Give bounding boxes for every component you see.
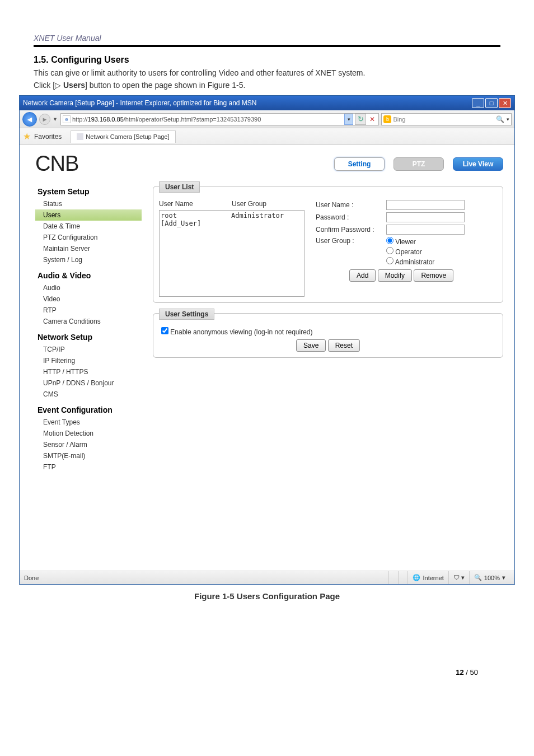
click-prefix: Click [▷ bbox=[34, 81, 63, 90]
doc-divider bbox=[34, 45, 500, 47]
section-desc: This can give or limit authority to user… bbox=[34, 68, 500, 77]
nav-http[interactable]: HTTP / HTTPS bbox=[35, 366, 142, 377]
user-settings-title: User Settings bbox=[159, 309, 214, 320]
user-row[interactable]: root Administrator bbox=[161, 212, 303, 220]
page-number: 12 / 50 bbox=[0, 668, 478, 676]
ie-titlebar: Network Camera [Setup Page] - Internet E… bbox=[20, 96, 514, 110]
click-suffix: ] button to open the page shown in Figur… bbox=[85, 81, 245, 90]
nav-dropdown[interactable]: ▼ bbox=[53, 116, 58, 122]
col-user-group: User Group bbox=[232, 200, 266, 208]
nav-ptz-config[interactable]: PTZ Configuration bbox=[35, 232, 142, 243]
radio-admin[interactable] bbox=[386, 257, 394, 264]
nav-video[interactable]: Video bbox=[35, 293, 142, 305]
nav-ftp[interactable]: FTP bbox=[35, 461, 142, 473]
browser-tab[interactable]: Network Camera [Setup Page] bbox=[71, 130, 175, 143]
status-zoom[interactable]: 🔍 100% ▾ bbox=[469, 571, 510, 584]
refresh-button[interactable]: ↻ bbox=[355, 114, 366, 125]
status-zone: 🌐 Internet bbox=[407, 571, 448, 584]
nav-status[interactable]: Status bbox=[35, 198, 142, 209]
reset-button[interactable]: Reset bbox=[328, 339, 360, 352]
ptz-button[interactable]: PTZ bbox=[394, 157, 444, 171]
nav-smtp[interactable]: SMTP(E-mail) bbox=[35, 450, 142, 461]
status-protected[interactable]: 🛡 ▾ bbox=[448, 571, 469, 584]
search-placeholder: Bing bbox=[393, 116, 493, 123]
stop-button[interactable]: ✕ bbox=[368, 114, 377, 125]
status-cell-empty2 bbox=[398, 571, 407, 584]
user-table-header: User Name User Group bbox=[159, 198, 305, 210]
nav-maintain[interactable]: Maintain Server bbox=[35, 243, 142, 254]
close-button[interactable]: ✕ bbox=[499, 98, 511, 108]
nav-cms[interactable]: CMS bbox=[35, 389, 142, 400]
user-group-label: User Group : bbox=[316, 237, 383, 245]
nav-title-system: System Setup bbox=[38, 187, 142, 196]
user-settings-box: User Settings Enable anonymous viewing (… bbox=[153, 313, 503, 358]
doc-header: XNET User Manual bbox=[0, 0, 534, 45]
live-view-button[interactable]: Live View bbox=[453, 157, 503, 171]
section-click: Click [▷ Users] button to open the page … bbox=[34, 81, 500, 90]
nav-group-av: Audio & Video Audio Video RTP Camera Con… bbox=[35, 271, 142, 327]
search-go-button[interactable]: 🔍 bbox=[495, 114, 505, 124]
section-title: 1.5. Configuring Users bbox=[34, 55, 500, 65]
back-button[interactable]: ◄ bbox=[22, 112, 37, 127]
password-label: Password : bbox=[316, 213, 383, 221]
favorites-icon[interactable]: ★ bbox=[23, 131, 31, 142]
nav-date-time[interactable]: Date & Time bbox=[35, 221, 142, 232]
search-box[interactable]: b Bing 🔍 ▾ bbox=[381, 113, 512, 125]
nav-users[interactable]: Users bbox=[35, 209, 142, 221]
col-user-name: User Name bbox=[159, 200, 232, 208]
click-users: Users bbox=[63, 81, 85, 90]
remove-button[interactable]: Remove bbox=[414, 269, 453, 282]
nav-ipfilter[interactable]: IP Filtering bbox=[35, 355, 142, 366]
setting-button[interactable]: Setting bbox=[334, 157, 385, 171]
user-list[interactable]: root Administrator [Add_User] bbox=[159, 210, 305, 297]
user-row-name: root bbox=[161, 212, 231, 220]
modify-button[interactable]: Modify bbox=[378, 269, 412, 282]
password-input[interactable] bbox=[386, 212, 465, 222]
anon-viewing-checkbox[interactable] bbox=[161, 327, 168, 334]
nav-camera-cond[interactable]: Camera Conditions bbox=[35, 316, 142, 327]
logo: CNB bbox=[35, 152, 78, 176]
top-buttons: Setting PTZ Live View bbox=[334, 157, 503, 171]
maximize-button[interactable]: □ bbox=[485, 98, 498, 108]
nav-title-event: Event Configuration bbox=[38, 405, 142, 414]
favorites-label[interactable]: Favorites bbox=[34, 133, 62, 141]
radio-operator-label[interactable]: Operator bbox=[386, 247, 453, 256]
add-button[interactable]: Add bbox=[349, 269, 376, 282]
forward-button[interactable]: ► bbox=[39, 114, 50, 125]
tab-label: Network Camera [Setup Page] bbox=[86, 133, 169, 140]
radio-viewer-label[interactable]: Viewer bbox=[386, 237, 453, 246]
nav-rtp[interactable]: RTP bbox=[35, 305, 142, 316]
user-name-input[interactable] bbox=[386, 200, 465, 210]
nav-upnp[interactable]: UPnP / DDNS / Bonjour bbox=[35, 377, 142, 389]
nav-sensor[interactable]: Sensor / Alarm bbox=[35, 439, 142, 450]
confirm-password-input[interactable] bbox=[386, 225, 465, 235]
search-engine-icon: b bbox=[383, 115, 391, 123]
nav-event-types[interactable]: Event Types bbox=[35, 417, 142, 428]
user-list-area: User Name User Group root Administrator … bbox=[159, 198, 497, 297]
address-dropdown[interactable]: ▾ bbox=[344, 114, 353, 125]
address-text: http://193.168.0.85/html/operator/Setup.… bbox=[72, 116, 343, 123]
address-bar[interactable]: e http://193.168.0.85/html/operator/Setu… bbox=[60, 113, 379, 125]
save-button[interactable]: Save bbox=[296, 339, 326, 352]
user-row-group: Administrator bbox=[231, 212, 284, 220]
nav-title-net: Network Setup bbox=[38, 333, 142, 342]
nav-tcpip[interactable]: TCP/IP bbox=[35, 344, 142, 355]
anon-viewing-label[interactable]: Enable anonymous viewing (log-in not req… bbox=[161, 328, 313, 336]
radio-viewer[interactable] bbox=[386, 237, 394, 244]
ie-window: Network Camera [Setup Page] - Internet E… bbox=[19, 95, 515, 585]
internet-icon: 🌐 bbox=[413, 574, 420, 581]
favorites-bar: ★ Favorites Network Camera [Setup Page] bbox=[20, 128, 514, 145]
radio-operator[interactable] bbox=[386, 247, 394, 254]
user-group-radios: Viewer Operator Administrator bbox=[386, 237, 453, 266]
radio-admin-label[interactable]: Administrator bbox=[386, 257, 453, 266]
user-form-buttons: Add Modify Remove bbox=[316, 269, 497, 282]
user-list-box: User List User Name User Group root Admi… bbox=[153, 186, 503, 303]
nav-system-log[interactable]: System / Log bbox=[35, 254, 142, 265]
user-list-title: User List bbox=[159, 181, 200, 193]
minimize-button[interactable]: _ bbox=[472, 98, 484, 108]
window-title: Network Camera [Setup Page] - Internet E… bbox=[23, 99, 472, 107]
nav-motion[interactable]: Motion Detection bbox=[35, 428, 142, 439]
search-dropdown[interactable]: ▾ bbox=[507, 116, 509, 122]
user-row[interactable]: [Add_User] bbox=[161, 220, 303, 227]
nav-audio[interactable]: Audio bbox=[35, 282, 142, 293]
